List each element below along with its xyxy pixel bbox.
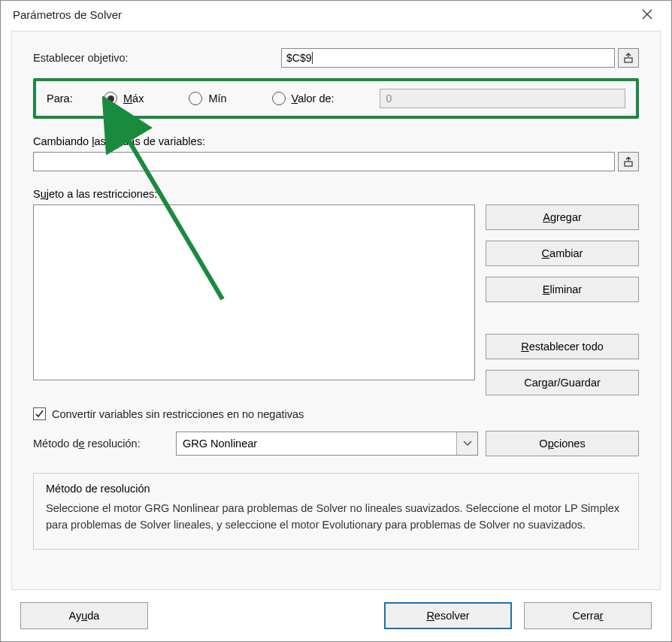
dialog-body: Establecer objetivo: $C$9 Para: Máx Mín …: [11, 31, 661, 590]
close-icon[interactable]: [632, 3, 662, 26]
variables-label: Cambiando las celdas de variables:: [33, 135, 639, 147]
objective-type-group: Para: Máx Mín Valor de: 0: [33, 78, 639, 119]
method-row: Método de resolución: GRG Nonlinear Opci…: [33, 431, 639, 456]
svg-rect-1: [625, 58, 632, 62]
radio-min-indicator: [189, 92, 202, 105]
solver-parameters-dialog: Parámetros de Solver Establecer objetivo…: [0, 0, 672, 642]
radio-value-of[interactable]: Valor de:: [272, 92, 334, 105]
chevron-down-icon: [456, 432, 477, 455]
dialog-footer: Ayuda Resolver Cerrar: [1, 590, 671, 641]
load-save-button[interactable]: Cargar/Guardar: [486, 370, 639, 395]
add-button[interactable]: Agregar: [486, 204, 639, 230]
method-select[interactable]: GRG Nonlinear: [176, 432, 478, 456]
variables-range-picker-icon[interactable]: [618, 152, 639, 171]
delete-button[interactable]: Eliminar: [486, 277, 639, 302]
info-title: Método de resolución: [46, 483, 626, 495]
nonnegative-checkbox-row: Convertir variables sin restricciones en…: [33, 407, 639, 420]
options-button[interactable]: Opciones: [486, 431, 639, 456]
constraints-label: Sujeto a las restricciones:: [33, 188, 639, 200]
radio-value-indicator: [272, 92, 286, 105]
method-label: Método de resolución:: [33, 438, 168, 450]
objective-range-picker-icon[interactable]: [618, 48, 639, 68]
value-of-input[interactable]: 0: [380, 89, 625, 108]
radio-max-label: Máx: [123, 92, 144, 104]
variables-input[interactable]: [33, 152, 615, 171]
radio-max[interactable]: Máx: [104, 92, 144, 105]
close-button[interactable]: Cerrar: [524, 602, 652, 629]
info-text: Seleccione el motor GRG Nonlinear para p…: [46, 501, 626, 534]
titlebar: Parámetros de Solver: [1, 1, 671, 28]
svg-rect-2: [625, 162, 632, 166]
variables-row: [33, 152, 639, 171]
constraints-area: Agregar Cambiar Eliminar Restablecer tod…: [33, 204, 639, 395]
method-info-box: Método de resolución Seleccione el motor…: [33, 473, 639, 550]
objective-label: Establecer objetivo:: [33, 52, 281, 64]
solve-button[interactable]: Resolver: [384, 602, 512, 629]
method-selected: GRG Nonlinear: [183, 438, 257, 450]
objective-row: Establecer objetivo: $C$9: [33, 48, 639, 68]
nonnegative-checkbox[interactable]: [33, 407, 46, 420]
dialog-title: Parámetros de Solver: [13, 8, 632, 21]
help-button[interactable]: Ayuda: [20, 602, 148, 629]
change-button[interactable]: Cambiar: [486, 241, 639, 266]
radio-min[interactable]: Mín: [189, 92, 226, 105]
reset-all-button[interactable]: Restablecer todo: [486, 334, 639, 359]
radio-max-indicator: [104, 92, 117, 105]
to-label: Para:: [47, 92, 104, 104]
radio-value-label: Valor de:: [292, 92, 334, 104]
nonnegative-label: Convertir variables sin restricciones en…: [52, 408, 304, 420]
constraints-listbox[interactable]: [33, 204, 475, 380]
radio-min-label: Mín: [208, 92, 226, 104]
objective-input[interactable]: $C$9: [281, 48, 615, 68]
constraints-buttons: Agregar Cambiar Eliminar Restablecer tod…: [486, 204, 639, 395]
